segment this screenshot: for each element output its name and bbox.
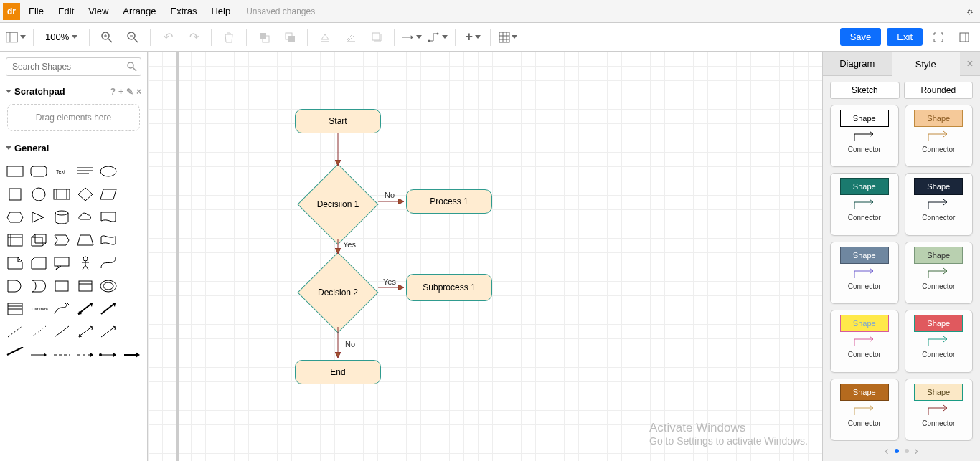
shape-biarrow-thick[interactable] xyxy=(75,298,96,320)
tab-diagram[interactable]: Diagram xyxy=(823,52,892,76)
zoom-in-button[interactable] xyxy=(97,27,117,47)
shape-document[interactable] xyxy=(98,206,119,228)
style-preset-5[interactable]: ShapeConnector xyxy=(905,242,974,304)
shape-cylinder[interactable] xyxy=(51,206,72,228)
shape-link4[interactable] xyxy=(75,344,96,366)
style-preset-9[interactable]: ShapeConnector xyxy=(905,379,974,441)
toggle-rounded[interactable]: Rounded xyxy=(904,82,974,99)
shape-datastore[interactable] xyxy=(51,275,72,297)
style-preset-2[interactable]: ShapeConnector xyxy=(830,173,899,235)
scratchpad-edit-icon[interactable]: ✎ xyxy=(126,87,133,97)
node-start[interactable]: Start xyxy=(295,109,381,133)
shape-dotted-line[interactable] xyxy=(28,321,50,343)
fullscreen-button[interactable] xyxy=(928,27,948,47)
node-end[interactable]: End xyxy=(295,360,381,384)
menu-file[interactable]: File xyxy=(23,3,50,19)
shape-process[interactable] xyxy=(51,184,72,205)
menu-edit[interactable]: Edit xyxy=(52,3,80,19)
shape-actor[interactable] xyxy=(75,252,96,274)
style-preset-0[interactable]: ShapeConnector xyxy=(830,105,899,167)
theme-icon[interactable]: ☼ xyxy=(963,3,977,19)
shape-arrow-thick[interactable] xyxy=(98,298,119,320)
tab-close-icon[interactable]: × xyxy=(960,52,980,76)
pager-prev-icon[interactable]: ‹ xyxy=(885,445,888,457)
shape-callout[interactable] xyxy=(51,252,72,274)
shape-cloud[interactable] xyxy=(75,206,96,228)
style-preset-3[interactable]: ShapeConnector xyxy=(905,173,974,235)
shape-curve[interactable] xyxy=(98,252,119,274)
general-header[interactable]: General xyxy=(0,138,147,158)
menu-help[interactable]: Help xyxy=(205,3,236,19)
scratchpad-dropzone[interactable]: Drag elements here xyxy=(7,104,140,131)
format-panel-button[interactable] xyxy=(954,27,974,47)
node-subprocess1[interactable]: Subprocess 1 xyxy=(406,274,492,301)
search-shapes-input[interactable] xyxy=(6,57,141,76)
shape-link1[interactable] xyxy=(4,344,26,366)
shape-or[interactable] xyxy=(28,275,50,297)
shadow-button[interactable] xyxy=(367,27,387,47)
shape-diamond[interactable] xyxy=(75,184,96,205)
line-color-button[interactable] xyxy=(341,27,361,47)
shape-tape[interactable] xyxy=(98,229,119,251)
menu-extras[interactable]: Extras xyxy=(165,3,203,19)
delete-button[interactable] xyxy=(219,27,239,47)
shape-triangle[interactable] xyxy=(28,206,50,228)
shape-biarrow[interactable] xyxy=(75,321,96,343)
shape-ellipse[interactable] xyxy=(98,161,119,182)
scratchpad-header[interactable]: Scratchpad ? + ✎ × xyxy=(0,82,147,101)
scratchpad-add-icon[interactable]: + xyxy=(118,87,123,97)
to-front-button[interactable] xyxy=(254,27,274,47)
shape-curvearrow[interactable] xyxy=(51,298,72,320)
shape-cube[interactable] xyxy=(28,229,50,251)
shape-circle[interactable] xyxy=(28,184,50,205)
exit-button[interactable]: Exit xyxy=(887,28,923,46)
shape-line[interactable] xyxy=(51,321,72,343)
view-mode-button[interactable] xyxy=(6,27,26,47)
shape-and[interactable] xyxy=(4,275,26,297)
canvas[interactable]: Start Decisiion 1 Process 1 Decision 2 S… xyxy=(148,52,822,461)
style-preset-1[interactable]: ShapeConnector xyxy=(905,105,974,167)
waypoints-button[interactable] xyxy=(428,27,448,47)
pager-dot[interactable] xyxy=(905,449,909,453)
style-preset-7[interactable]: ShapeConnector xyxy=(905,310,974,372)
shape-trapezoid[interactable] xyxy=(75,229,96,251)
shape-link5[interactable] xyxy=(98,344,119,366)
tab-style[interactable]: Style xyxy=(892,52,961,76)
style-preset-4[interactable]: ShapeConnector xyxy=(830,242,899,304)
to-back-button[interactable] xyxy=(280,27,300,47)
shape-link6[interactable] xyxy=(121,344,143,366)
insert-button[interactable]: + xyxy=(463,27,483,47)
shape-text[interactable]: Text xyxy=(51,161,72,182)
connection-button[interactable] xyxy=(402,27,422,47)
scratchpad-help-icon[interactable]: ? xyxy=(110,87,116,97)
shape-textbox[interactable] xyxy=(75,161,96,182)
shape-card[interactable] xyxy=(28,252,50,274)
toggle-sketch[interactable]: Sketch xyxy=(830,82,900,99)
shape-dashed-line[interactable] xyxy=(4,321,26,343)
shape-step[interactable] xyxy=(51,229,72,251)
shape-link3[interactable] xyxy=(51,344,72,366)
shape-internal-storage[interactable] xyxy=(4,229,26,251)
shape-list[interactable] xyxy=(4,298,26,320)
menu-view[interactable]: View xyxy=(83,3,114,19)
shape-link2[interactable] xyxy=(28,344,50,366)
shape-hexagon[interactable] xyxy=(4,206,26,228)
shape-container[interactable] xyxy=(75,275,96,297)
scratchpad-close-icon[interactable]: × xyxy=(136,87,141,97)
style-preset-8[interactable]: ShapeConnector xyxy=(830,379,899,441)
save-button[interactable]: Save xyxy=(840,28,882,46)
shape-listitem[interactable]: List Item xyxy=(28,298,50,320)
shape-arrow[interactable] xyxy=(98,321,119,343)
fill-color-button[interactable] xyxy=(315,27,335,47)
shape-note[interactable] xyxy=(4,252,26,274)
shape-square[interactable] xyxy=(4,184,26,205)
zoom-dropdown[interactable]: 100% xyxy=(41,32,82,42)
shape-rounded-rect[interactable] xyxy=(28,161,50,182)
node-process1[interactable]: Process 1 xyxy=(406,189,492,214)
redo-button[interactable]: ↷ xyxy=(184,27,204,47)
zoom-out-button[interactable] xyxy=(123,27,143,47)
shape-rectangle[interactable] xyxy=(4,161,26,182)
pager-dot[interactable] xyxy=(895,449,899,453)
menu-arrange[interactable]: Arrange xyxy=(117,3,161,19)
table-button[interactable] xyxy=(498,27,518,47)
